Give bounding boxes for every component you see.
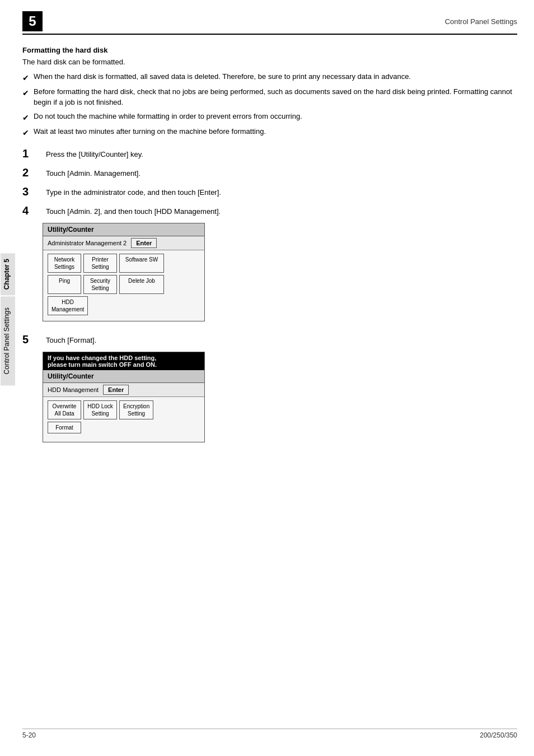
step-number-2: 2	[22, 166, 43, 179]
page-header: 5 Control Panel Settings	[22, 11, 517, 35]
footer-page-number: 5-20	[22, 731, 36, 739]
step-3: 3 Type in the administrator code, and th…	[22, 185, 517, 198]
panel-1: Utility/Counter Administrator Management…	[43, 223, 205, 321]
btn-hdd-management[interactable]: HDD Management	[48, 296, 88, 315]
header-title: Control Panel Settings	[445, 17, 517, 26]
btn-hdd-lock-setting[interactable]: HDD Lock Setting	[83, 400, 117, 419]
panel2-warning: If you have changed the HDD setting, ple…	[43, 352, 204, 370]
panel1-header: Utility/Counter	[43, 223, 204, 236]
btn-format[interactable]: Format	[48, 422, 81, 433]
steps-container: 1 Press the [Utility/Counter] key. 2 Tou…	[22, 147, 517, 442]
list-item: ✔ When the hard disk is formatted, all s…	[22, 72, 517, 83]
page-footer: 5-20 200/250/350	[22, 729, 517, 739]
btn-printer-setting[interactable]: Printer Setting	[83, 254, 117, 273]
step-text-3: Type in the administrator code, and then…	[46, 185, 221, 198]
btn-overwrite-all-data[interactable]: Overwrite All Data	[48, 400, 81, 419]
panel1-row2: Ping Security Setting Delete Job	[48, 275, 200, 294]
btn-software-sw[interactable]: Software SW	[119, 254, 164, 273]
btn-network-settings[interactable]: Network Settings	[48, 254, 81, 273]
panel-2: If you have changed the HDD setting, ple…	[43, 352, 205, 442]
bullet-text-4: Wait at least two minutes after turning …	[34, 127, 266, 137]
chapter-tab-label: Chapter 5	[1, 253, 15, 295]
step-text-2: Touch [Admin. Management].	[46, 166, 140, 179]
check-icon: ✔	[22, 72, 29, 83]
panel2-row2: Format	[48, 422, 200, 433]
panel1-row3: HDD Management	[48, 296, 200, 315]
btn-security-setting[interactable]: Security Setting	[83, 275, 117, 294]
panel2-body: Overwrite All Data HDD Lock Setting Encr…	[43, 397, 204, 442]
bullet-text-2: Before formatting the hard disk, check t…	[34, 87, 517, 108]
step-number-5: 5	[22, 333, 43, 346]
step-number-4: 4	[22, 204, 43, 217]
section-title: Formatting the hard disk	[22, 46, 517, 54]
btn-delete-job[interactable]: Delete Job	[119, 275, 164, 294]
section-tab-label: Control Panel Settings	[1, 296, 15, 385]
panel1-subheader: Administrator Management 2 Enter	[43, 236, 204, 250]
check-icon: ✔	[22, 127, 29, 138]
section-intro: The hard disk can be formatted.	[22, 58, 517, 66]
panel2-header: Utility/Counter	[43, 370, 204, 383]
btn-encryption-setting[interactable]: Encryption Setting	[119, 400, 153, 419]
step-5: 5 Touch [Format].	[22, 333, 517, 346]
list-item: ✔ Do not touch the machine while formatt…	[22, 111, 517, 123]
list-item: ✔ Before formatting the hard disk, check…	[22, 87, 517, 108]
bullet-text-1: When the hard disk is formatted, all sav…	[34, 72, 411, 82]
chapter-number: 5	[22, 11, 43, 31]
panel2-subheader-text: HDD Management	[48, 386, 99, 393]
panel2-subheader: HDD Management Enter	[43, 383, 204, 397]
step-4: 4 Touch [Admin. 2], and then touch [HDD …	[22, 204, 517, 217]
step-number-3: 3	[22, 185, 43, 198]
check-icon: ✔	[22, 112, 29, 123]
panel1-body: Network Settings Printer Setting Softwar…	[43, 250, 204, 321]
step-number-1: 1	[22, 147, 43, 160]
btn-ping[interactable]: Ping	[48, 275, 81, 294]
panel2-row1: Overwrite All Data HDD Lock Setting Encr…	[48, 400, 200, 419]
panel1-subheader-text: Administrator Management 2	[48, 240, 127, 246]
step-2: 2 Touch [Admin. Management].	[22, 166, 517, 179]
panel2-enter-btn[interactable]: Enter	[103, 385, 129, 395]
side-tab: Chapter 5 Control Panel Settings	[0, 224, 16, 414]
panel1-row1: Network Settings Printer Setting Softwar…	[48, 254, 200, 273]
panel1-enter-btn[interactable]: Enter	[131, 238, 157, 248]
step-text-1: Press the [Utility/Counter] key.	[46, 147, 143, 160]
bullet-list: ✔ When the hard disk is formatted, all s…	[22, 72, 517, 139]
step-1: 1 Press the [Utility/Counter] key.	[22, 147, 517, 160]
main-content: 5 Control Panel Settings Formatting the …	[22, 0, 517, 442]
step-text-5: Touch [Format].	[46, 333, 96, 346]
bullet-text-3: Do not touch the machine while formattin…	[34, 111, 302, 122]
step-text-4: Touch [Admin. 2], and then touch [HDD Ma…	[46, 204, 221, 217]
list-item: ✔ Wait at least two minutes after turnin…	[22, 127, 517, 138]
check-icon: ✔	[22, 87, 29, 99]
footer-model-number: 200/250/350	[480, 731, 517, 739]
